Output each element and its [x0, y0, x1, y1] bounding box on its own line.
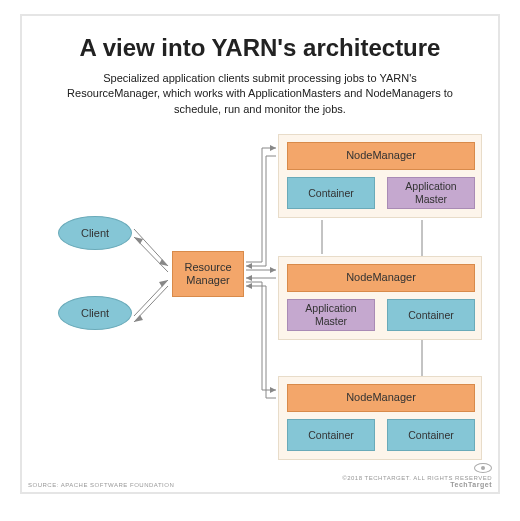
- sub-label: Container: [408, 429, 454, 442]
- resource-manager-box: Resource Manager: [172, 251, 244, 297]
- container-box: Container: [287, 177, 375, 209]
- client-label: Client: [81, 227, 109, 239]
- svg-marker-5: [246, 263, 252, 269]
- diagram-subtitle: Specialized application clients submit p…: [64, 71, 456, 117]
- svg-marker-2: [159, 280, 168, 287]
- resource-manager-label: Resource Manager: [173, 261, 243, 287]
- nodemanager-label: NodeManager: [346, 149, 416, 162]
- node-group-2: NodeManager Application Master Container: [278, 256, 482, 340]
- container-box: Container: [387, 299, 475, 331]
- footer-right: ©2018 TECHTARGET. ALL RIGHTS RESERVED Te…: [342, 463, 492, 488]
- svg-marker-9: [246, 283, 252, 289]
- application-master-box: Application Master: [387, 177, 475, 209]
- svg-marker-3: [134, 315, 143, 322]
- diagram-title: A view into YARN's architecture: [22, 34, 498, 62]
- footer-source: SOURCE: APACHE SOFTWARE FOUNDATION: [28, 482, 174, 488]
- svg-marker-8: [270, 387, 276, 393]
- svg-marker-7: [246, 275, 252, 281]
- nodemanager-label: NodeManager: [346, 391, 416, 404]
- nodemanager-label: NodeManager: [346, 271, 416, 284]
- nodemanager-box: NodeManager: [287, 264, 475, 292]
- client-label: Client: [81, 307, 109, 319]
- sub-label: Container: [408, 309, 454, 322]
- svg-marker-6: [270, 267, 276, 273]
- nodemanager-box: NodeManager: [287, 142, 475, 170]
- client-node-1: Client: [58, 216, 132, 250]
- node-group-1: NodeManager Container Application Master: [278, 134, 482, 218]
- techtarget-logo-icon: [474, 463, 492, 473]
- diagram-frame: A view into YARN's architecture Speciali…: [20, 14, 500, 494]
- sub-label: Application Master: [288, 302, 374, 327]
- client-node-2: Client: [58, 296, 132, 330]
- sub-label: Container: [308, 429, 354, 442]
- svg-marker-4: [270, 145, 276, 151]
- footer-brand: TechTarget: [342, 481, 492, 488]
- container-box: Container: [287, 419, 375, 451]
- sub-label: Application Master: [388, 180, 474, 205]
- sub-label: Container: [308, 187, 354, 200]
- svg-marker-1: [134, 237, 143, 244]
- application-master-box: Application Master: [287, 299, 375, 331]
- nodemanager-box: NodeManager: [287, 384, 475, 412]
- svg-marker-0: [159, 259, 168, 266]
- footer: SOURCE: APACHE SOFTWARE FOUNDATION ©2018…: [28, 463, 492, 488]
- node-group-3: NodeManager Container Container: [278, 376, 482, 460]
- container-box: Container: [387, 419, 475, 451]
